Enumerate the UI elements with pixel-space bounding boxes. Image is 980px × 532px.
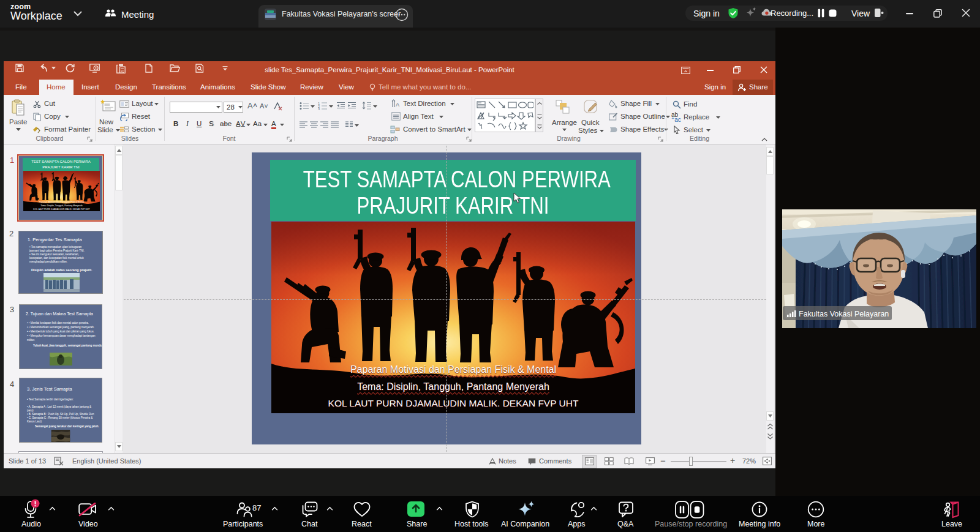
svg-text:Fakultas Vokasi Pelayaran: Fakultas Vokasi Pelayaran [799,310,889,318]
svg-text:A: A [396,102,399,108]
svg-text:3: 3 [318,107,320,110]
